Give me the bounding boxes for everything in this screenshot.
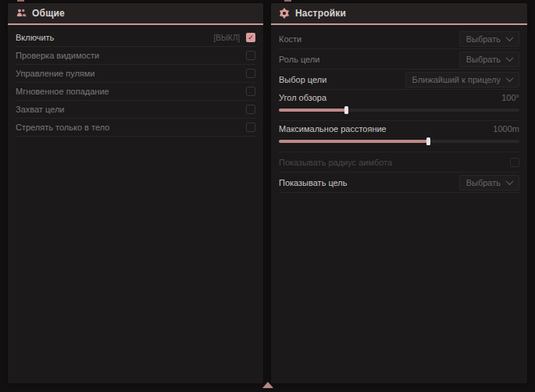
dropdown-label-show-target: Показывать цель	[279, 178, 348, 187]
panel-general: Общие Включить [ВЫКЛ] ✓ Проверка видимос…	[8, 3, 263, 383]
panel-settings-title: Настройки	[295, 8, 346, 19]
max-distance-slider-fill	[279, 140, 428, 143]
toggle-row-visibility-check[interactable]: Проверка видимости	[16, 47, 255, 65]
panel-general-body: Включить [ВЫКЛ] ✓ Проверка видимости Упр…	[8, 25, 263, 137]
show-target-dropdown-value: Выбрать	[466, 178, 501, 187]
top-edge-artifact-right	[284, 0, 291, 2]
checkbox-bullet-control[interactable]	[246, 69, 255, 78]
toggle-label-visibility-check: Проверка видимости	[16, 51, 99, 60]
dropdown-row-target-selection: Выбор цели Ближайший к прицелу	[279, 69, 519, 90]
toggle-row-show-aimbot-radius[interactable]: Показывать радиус аимбота	[279, 152, 519, 173]
toggle-row-target-lock[interactable]: Захват цели	[16, 101, 255, 119]
panel-settings-header[interactable]: Настройки	[271, 3, 527, 23]
check-icon: ✓	[248, 34, 254, 41]
toggle-row-body-only[interactable]: Стрелять только в тело	[16, 119, 255, 137]
checkbox-visibility-check[interactable]	[246, 51, 255, 60]
max-distance-slider-track[interactable]	[279, 140, 519, 143]
target-role-dropdown[interactable]: Выбрать	[459, 52, 519, 67]
gear-icon	[279, 8, 290, 19]
panel-settings: Настройки Кости Выбрать Роль цели Выбрат…	[271, 3, 527, 383]
toggle-label-bullet-control: Управление пулями	[16, 69, 95, 78]
chevron-down-icon	[506, 34, 514, 41]
checkbox-body-only[interactable]	[246, 123, 255, 132]
bones-dropdown-value: Выбрать	[466, 34, 501, 44]
slider-label-fov: Угол обзора	[279, 93, 326, 102]
toggle-label-enable: Включить	[16, 33, 54, 42]
checkbox-instant-hit[interactable]	[246, 87, 255, 96]
keybind-label[interactable]: [ВЫКЛ]	[214, 34, 240, 42]
dropdown-row-target-role: Роль цели Выбрать	[279, 49, 519, 69]
slider-row-max-distance: Максимальное расстояние 1000m	[279, 121, 519, 152]
checkbox-enable[interactable]: ✓	[246, 33, 255, 42]
show-target-dropdown[interactable]: Выбрать	[459, 175, 519, 191]
dropdown-label-target-role: Роль цели	[279, 55, 319, 64]
target-role-dropdown-value: Выбрать	[466, 55, 501, 64]
target-selection-dropdown[interactable]: Ближайший к прицелу	[405, 72, 519, 87]
dropdown-label-target-selection: Выбор цели	[279, 75, 326, 84]
chevron-down-icon	[506, 177, 514, 185]
checkbox-show-aimbot-radius[interactable]	[510, 158, 519, 167]
chevron-down-icon	[506, 74, 514, 82]
slider-value-fov: 100°	[501, 93, 519, 102]
slider-label-max-distance: Максимальное расстояние	[279, 124, 387, 134]
dropdown-row-show-target: Показывать цель Выбрать	[279, 173, 519, 193]
dropdown-label-bones: Кости	[279, 34, 301, 44]
bones-dropdown[interactable]: Выбрать	[459, 31, 519, 47]
scroll-up-indicator[interactable]	[262, 382, 273, 388]
fov-slider[interactable]	[279, 106, 519, 113]
chevron-down-icon	[506, 54, 514, 62]
toggle-label-instant-hit: Мгновенное попадание	[16, 87, 109, 96]
toggle-label-show-aimbot-radius: Показывать радиус аимбота	[279, 158, 392, 167]
toggle-row-instant-hit[interactable]: Мгновенное попадание	[16, 83, 255, 101]
max-distance-slider-handle[interactable]	[426, 137, 430, 145]
top-edge-artifact-left	[17, 0, 24, 2]
dropdown-row-bones: Кости Выбрать	[279, 29, 519, 49]
slider-value-max-distance: 1000m	[493, 124, 519, 134]
fov-slider-track[interactable]	[279, 109, 519, 112]
slider-row-fov: Угол обзора 100°	[279, 90, 519, 121]
fov-slider-handle[interactable]	[344, 106, 348, 114]
panel-settings-body: Кости Выбрать Роль цели Выбрать Выбор це…	[271, 25, 527, 193]
target-selection-dropdown-value: Ближайший к прицелу	[412, 75, 501, 84]
users-icon	[16, 8, 27, 19]
toggle-label-target-lock: Захват цели	[16, 105, 64, 114]
toggle-row-enable[interactable]: Включить [ВЫКЛ] ✓	[16, 29, 255, 47]
toggle-row-bullet-control[interactable]: Управление пулями	[16, 65, 255, 83]
fov-slider-fill	[279, 109, 346, 112]
panel-general-title: Общие	[32, 8, 65, 19]
checkbox-target-lock[interactable]	[246, 105, 255, 114]
toggle-label-body-only: Стрелять только в тело	[16, 123, 109, 132]
max-distance-slider[interactable]	[279, 137, 519, 144]
panel-general-header[interactable]: Общие	[8, 3, 263, 23]
